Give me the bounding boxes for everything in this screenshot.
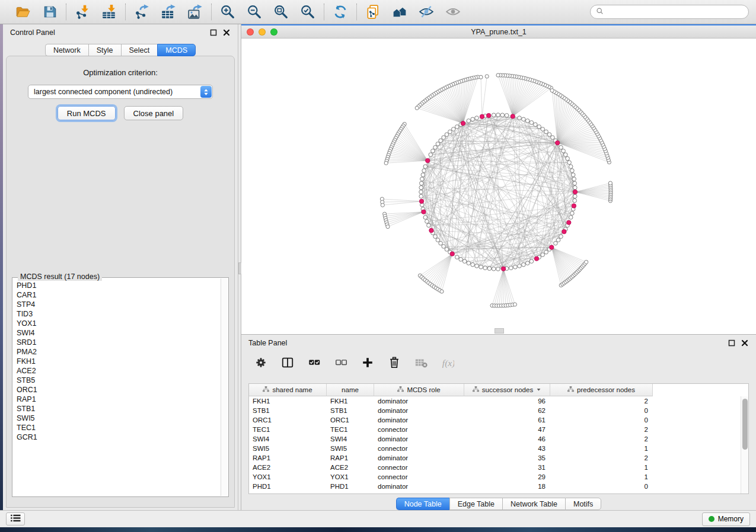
cell-predecessor-nodes: 2 bbox=[550, 425, 653, 434]
table-row[interactable]: SWI4SWI4dominator462 bbox=[249, 434, 748, 444]
search-input[interactable] bbox=[607, 8, 743, 16]
table-tab-node-table[interactable]: Node Table bbox=[396, 498, 449, 510]
float-table-panel-icon[interactable] bbox=[728, 339, 736, 347]
maximize-traffic-light[interactable] bbox=[270, 28, 277, 36]
select-all-button[interactable] bbox=[308, 355, 322, 370]
show-all-button[interactable] bbox=[444, 3, 462, 21]
minimize-traffic-light[interactable] bbox=[259, 28, 266, 36]
table-scrollbar-thumb[interactable] bbox=[742, 399, 748, 450]
column-header-predecessor-nodes[interactable]: predecessor nodes bbox=[550, 384, 653, 396]
zoom-fit-button[interactable] bbox=[272, 3, 290, 21]
table-row[interactable]: RAP1RAP1dominator352 bbox=[249, 453, 748, 463]
mcds-result-item[interactable]: STP4 bbox=[17, 300, 220, 309]
memory-button[interactable]: Memory bbox=[702, 512, 750, 526]
table-row[interactable]: ACE2ACE2connector311 bbox=[249, 463, 748, 472]
column-header-shared-name[interactable]: shared name bbox=[249, 384, 327, 396]
add-button[interactable] bbox=[361, 355, 375, 370]
table-scrollbar[interactable] bbox=[741, 396, 748, 493]
table-row[interactable]: STB1STB1dominator620 bbox=[249, 406, 748, 415]
table-row[interactable]: FKH1FKH1dominator962 bbox=[249, 396, 748, 406]
import-network-button[interactable] bbox=[74, 3, 91, 21]
table-tabs: Node TableEdge TableNetwork TableMotifs bbox=[241, 498, 756, 510]
column-header-successor-nodes[interactable]: successor nodes bbox=[464, 384, 550, 396]
close-panel-button[interactable]: Close panel bbox=[124, 106, 184, 120]
export-table-icon bbox=[161, 4, 176, 20]
hide-selected-button[interactable] bbox=[417, 3, 435, 21]
table-panel-header: Table Panel bbox=[241, 335, 756, 351]
refresh-button[interactable] bbox=[331, 3, 349, 21]
search-box[interactable] bbox=[590, 5, 749, 19]
optimization-select[interactable]: largest connected component (undirected) bbox=[28, 85, 213, 99]
tab-network[interactable]: Network bbox=[45, 44, 88, 56]
trash-button[interactable] bbox=[388, 355, 402, 370]
cell-mcds-role: connector bbox=[374, 472, 464, 482]
column-header-name[interactable]: name bbox=[327, 384, 374, 396]
float-panel-icon[interactable] bbox=[210, 28, 218, 36]
cell-filler bbox=[653, 396, 748, 406]
cell-successor-nodes: 61 bbox=[464, 415, 550, 425]
table-header-row: shared namenameMCDS rolesuccessor nodesp… bbox=[249, 384, 748, 396]
export-table-button[interactable] bbox=[160, 3, 177, 21]
columns-button[interactable] bbox=[281, 355, 295, 370]
gear-icon bbox=[254, 356, 269, 369]
import-table-button[interactable] bbox=[100, 3, 118, 21]
table-row[interactable]: TEC1TEC1connector472 bbox=[249, 425, 748, 434]
first-neighbors-button[interactable] bbox=[391, 3, 409, 21]
close-traffic-light[interactable] bbox=[247, 28, 254, 36]
table-row[interactable]: ORC1ORC1dominator610 bbox=[249, 415, 748, 425]
mcds-result-item[interactable]: STB1 bbox=[17, 404, 220, 414]
mcds-result-item[interactable]: GCR1 bbox=[17, 432, 220, 442]
cell-filler bbox=[653, 463, 748, 472]
open-file-button[interactable] bbox=[14, 3, 32, 21]
tab-mcds[interactable]: MCDS bbox=[157, 44, 196, 56]
open-file-icon bbox=[15, 4, 31, 20]
run-mcds-button[interactable]: Run MCDS bbox=[58, 106, 116, 120]
table-tab-motifs[interactable]: Motifs bbox=[565, 498, 601, 510]
mcds-result-item[interactable]: TEC1 bbox=[17, 423, 220, 432]
table-row[interactable]: YOX1YOX1connector291 bbox=[249, 472, 748, 482]
mcds-result-item[interactable]: RAP1 bbox=[17, 395, 220, 404]
mcds-result-item[interactable]: SRD1 bbox=[17, 338, 220, 347]
tab-style[interactable]: Style bbox=[88, 44, 121, 56]
zoom-selected-button[interactable] bbox=[299, 3, 317, 21]
mcds-result-item[interactable]: SWI5 bbox=[17, 414, 220, 423]
network-titlebar[interactable]: YPA_prune.txt_1 bbox=[241, 25, 756, 39]
save-session-button[interactable] bbox=[41, 3, 59, 21]
deselect-all-button[interactable] bbox=[334, 355, 349, 370]
network-canvas[interactable] bbox=[241, 39, 756, 334]
zoom-in-button[interactable] bbox=[219, 3, 237, 21]
table-row[interactable]: SWI5SWI5connector431 bbox=[249, 444, 748, 453]
zoom-in-icon bbox=[220, 4, 235, 20]
column-header-MCDS-role[interactable]: MCDS role bbox=[374, 384, 464, 396]
mcds-result-item[interactable]: SWI4 bbox=[17, 328, 220, 338]
mcds-result-item[interactable]: ACE2 bbox=[17, 366, 220, 376]
table-tab-network-table[interactable]: Network Table bbox=[502, 498, 565, 510]
cytoscape-window: Control Panel NetworkStyleSelectMCDS Opt… bbox=[0, 0, 756, 527]
mcds-result-item[interactable]: TID3 bbox=[17, 309, 220, 319]
mcds-list-scrollbar[interactable] bbox=[221, 278, 228, 496]
task-history-button[interactable] bbox=[6, 512, 25, 525]
close-table-panel-icon[interactable] bbox=[741, 339, 749, 347]
cell-successor-nodes: 31 bbox=[464, 463, 550, 472]
export-network-button[interactable] bbox=[133, 3, 151, 21]
memory-status-icon bbox=[709, 516, 714, 522]
mcds-result-item[interactable]: ORC1 bbox=[17, 385, 220, 395]
mcds-result-item[interactable]: YOX1 bbox=[17, 319, 220, 328]
cell-shared-name: ACE2 bbox=[249, 463, 327, 472]
mcds-result-item[interactable]: PHD1 bbox=[17, 281, 220, 290]
network-from-selection-button[interactable] bbox=[364, 3, 382, 21]
mcds-result-item[interactable]: PMA2 bbox=[17, 347, 220, 357]
close-panel-icon[interactable] bbox=[223, 28, 231, 36]
table-row[interactable]: PHD1PHD1dominator180 bbox=[249, 482, 748, 491]
zoom-out-button[interactable] bbox=[245, 3, 263, 21]
gear-button[interactable] bbox=[254, 355, 269, 370]
mcds-result-item[interactable]: CAR1 bbox=[17, 290, 220, 300]
table-tab-edge-table[interactable]: Edge Table bbox=[449, 498, 502, 510]
mcds-result-group: MCDS result (17 nodes) PHD1CAR1STP4TID3Y… bbox=[12, 277, 229, 497]
mcds-result-item[interactable]: FKH1 bbox=[17, 357, 220, 366]
export-image-button[interactable] bbox=[186, 3, 204, 21]
tab-select[interactable]: Select bbox=[121, 44, 158, 56]
mcds-result-item[interactable]: STB5 bbox=[17, 376, 220, 385]
mcds-tab-content: Optimization criterion: largest connecte… bbox=[6, 56, 235, 508]
memory-label: Memory bbox=[718, 515, 744, 523]
